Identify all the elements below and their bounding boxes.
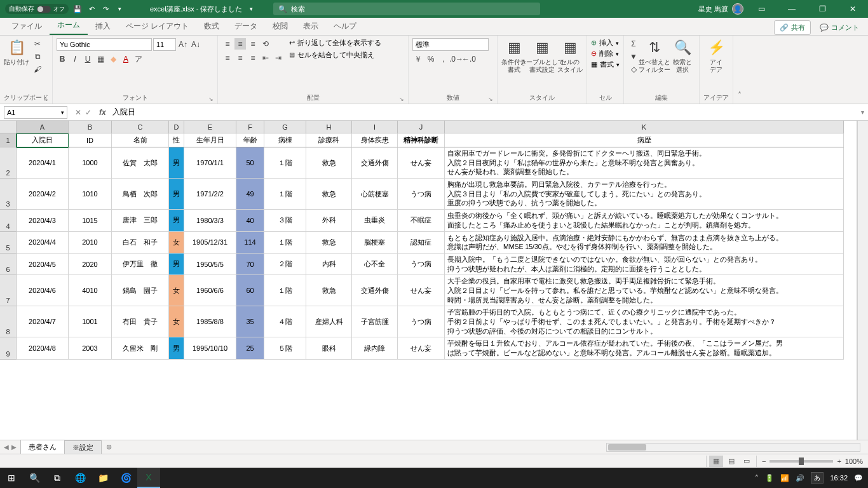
data-cell[interactable]: １階 [264, 275, 306, 306]
sheet-tab-settings[interactable]: ※設定 [64, 440, 102, 454]
data-cell[interactable]: 長期入院中。「もう二度と退院できないのではないか。食欲が無い、頭が回らない」との… [445, 254, 844, 275]
data-cell[interactable]: 子宮筋腫の手術目的で入院。もともとうつ病にて、近くの心療クリニックに通院中であっ… [445, 306, 844, 337]
decrease-font-icon[interactable]: A↓ [190, 39, 201, 50]
sheet-prev-icon[interactable]: ◀ [4, 444, 9, 451]
increase-font-icon[interactable]: A↑ [177, 39, 189, 50]
data-cell[interactable]: もともと認知症あり施設入居中。点滴治療・絶対安静にもかかわらず、無言のまま点滴を… [445, 232, 844, 254]
data-cell[interactable]: 大手企業の役員。自家用車で電柱に激突し救急搬送。両手両足複雑骨折にて緊急手術。入… [445, 275, 844, 306]
header-cell[interactable]: 身体疾患 [352, 133, 398, 147]
sort-filter-button[interactable]: ⇅並べ替えと フィルター [642, 38, 667, 74]
tab-home[interactable]: ホーム [50, 17, 88, 35]
data-cell[interactable]: 交通外傷 [352, 275, 398, 306]
header-cell[interactable]: 生年月日 [184, 133, 236, 147]
data-cell[interactable]: うつ病 [398, 179, 445, 210]
italic-button[interactable]: I [69, 53, 81, 65]
row-header[interactable]: 5 [0, 232, 17, 254]
row-header[interactable]: 4 [0, 210, 17, 231]
add-sheet-button[interactable]: ⊕ [101, 443, 117, 451]
tab-file[interactable]: ファイル [4, 18, 50, 35]
header-cell[interactable]: 病歴 [445, 133, 844, 147]
redo-icon[interactable]: ↷ [100, 4, 111, 14]
data-cell[interactable]: ５階 [264, 337, 306, 359]
autosave-toggle[interactable]: 自動保存 オフ [5, 4, 69, 14]
battery-icon[interactable]: 🔋 [765, 474, 774, 482]
copy-icon[interactable]: ⧉ [32, 51, 43, 62]
merge-center-button[interactable]: ⊞セルを結合して中央揃え [289, 50, 381, 60]
data-cell[interactable]: 有田 貴子 [112, 306, 169, 337]
data-cell[interactable]: せん妄 [398, 147, 445, 179]
sheet-next-icon[interactable]: ▶ [11, 444, 17, 451]
start-button[interactable]: ⊞ [0, 468, 23, 488]
header-cell[interactable]: 精神科診断 [398, 133, 445, 147]
data-cell[interactable]: うつ病 [398, 254, 445, 275]
row-header[interactable]: 3 [0, 179, 17, 210]
data-cell[interactable]: 1950/5/5 [184, 254, 236, 275]
orientation-icon[interactable]: ⟲ [260, 38, 271, 50]
data-cell[interactable]: 2003 [69, 337, 112, 359]
zoom-slider[interactable] [770, 460, 833, 463]
insert-cells-button[interactable]: ⊕挿入▾ [591, 38, 619, 48]
data-cell[interactable]: 芋焼酎を毎日１升飲んでおり、アルコール依存症が疑われていた。手術後の夜、「ここは… [445, 337, 844, 359]
data-cell[interactable]: 女 [169, 275, 184, 306]
clear-icon[interactable]: ◇ [628, 64, 639, 75]
header-cell[interactable]: ID [69, 133, 112, 147]
select-all-corner[interactable] [0, 121, 17, 133]
data-cell[interactable]: １階 [264, 232, 306, 254]
data-cell[interactable]: 脳梗塞 [352, 232, 398, 254]
data-cell[interactable]: 114 [236, 232, 264, 254]
autosum-icon[interactable]: Σ [628, 38, 639, 50]
search-taskbar-icon[interactable]: 🔍 [23, 468, 46, 488]
align-middle-icon[interactable]: ≡ [234, 38, 246, 50]
cut-icon[interactable]: ✂ [32, 38, 43, 50]
header-cell[interactable]: 名前 [112, 133, 169, 147]
header-cell[interactable]: 入院日 [17, 133, 69, 147]
data-cell[interactable]: 1985/8/8 [184, 306, 236, 337]
col-header-D[interactable]: D [169, 121, 184, 133]
ribbon-display-icon[interactable]: ▭ [749, 0, 774, 18]
data-cell[interactable]: 1980/3/3 [184, 210, 236, 231]
share-button[interactable]: 🔗共有 [774, 20, 811, 35]
data-cell[interactable]: 男 [169, 179, 184, 210]
row-header[interactable]: 2 [0, 147, 17, 179]
row-header[interactable]: 1 [0, 133, 17, 147]
data-cell[interactable]: 2020/4/4 [17, 232, 69, 254]
underline-button[interactable]: U [82, 53, 93, 65]
col-header-C[interactable]: C [112, 121, 169, 133]
data-cell[interactable]: 2020/4/2 [17, 179, 69, 210]
volume-icon[interactable]: 🔊 [796, 474, 804, 482]
normal-view-icon[interactable]: ▦ [709, 456, 723, 467]
data-cell[interactable]: 緑内障 [352, 337, 398, 359]
tab-view[interactable]: 表示 [295, 18, 326, 35]
data-cell[interactable]: 2020/4/1 [17, 147, 69, 179]
data-cell[interactable]: 鳥栖 次郎 [112, 179, 169, 210]
find-select-button[interactable]: 🔍検索と 選択 [670, 38, 695, 74]
data-cell[interactable]: 虫垂炎の術後から「全く眠れず、頭が痛い」と訴えが続いている。睡眠薬処方したが効果… [445, 210, 844, 231]
align-center-icon[interactable]: ≡ [234, 52, 246, 64]
tab-data[interactable]: データ [227, 18, 265, 35]
search-box[interactable]: 🔍 検索 [273, 3, 540, 15]
data-cell[interactable]: 25 [236, 337, 264, 359]
align-right-icon[interactable]: ≡ [247, 52, 259, 64]
enter-formula-icon[interactable]: ✓ [85, 108, 92, 117]
indent-increase-icon[interactable]: ⇥ [273, 52, 284, 64]
decrease-decimal-icon[interactable]: ←.0 [463, 53, 475, 65]
data-cell[interactable]: 認知症 [398, 232, 445, 254]
align-top-icon[interactable]: ≡ [222, 38, 233, 50]
comma-icon[interactable]: , [438, 53, 449, 65]
data-cell[interactable]: 40 [236, 210, 264, 231]
fx-icon[interactable]: fx [95, 108, 110, 117]
close-icon[interactable]: ✕ [840, 0, 865, 18]
data-cell[interactable]: 2020/4/8 [17, 337, 69, 359]
data-cell[interactable]: 2020/4/5 [17, 254, 69, 275]
data-cell[interactable]: 佐賀 太郎 [112, 147, 169, 179]
data-cell[interactable]: 救急 [306, 275, 352, 306]
comment-button[interactable]: 💬コメント [815, 21, 864, 34]
row-header[interactable]: 8 [0, 306, 17, 337]
phonetic-button[interactable]: ア [133, 53, 144, 65]
number-format-select[interactable] [412, 38, 489, 51]
horizontal-scrollbar[interactable] [606, 443, 860, 452]
data-cell[interactable]: 男 [169, 337, 184, 359]
data-cell[interactable]: 1010 [69, 179, 112, 210]
format-cells-button[interactable]: ▦書式▾ [591, 60, 620, 69]
paste-button[interactable]: 📋 貼り付け [4, 38, 29, 66]
